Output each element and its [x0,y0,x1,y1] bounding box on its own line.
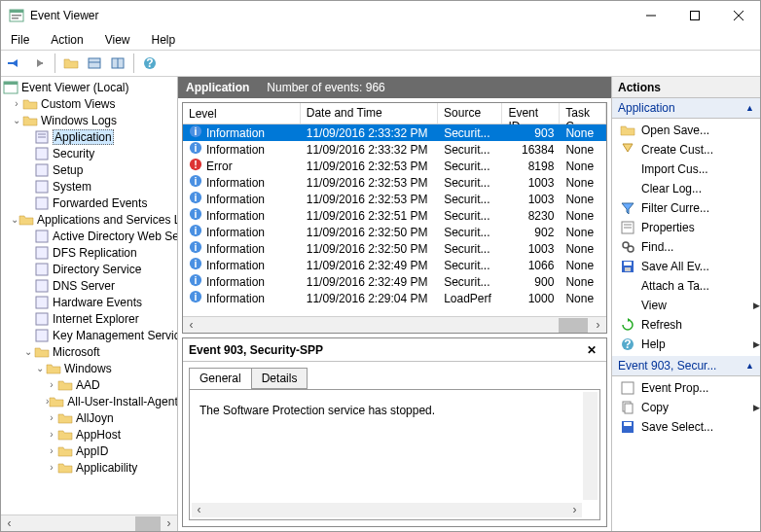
tree-dns[interactable]: DNS Server [1,277,177,294]
action-attach-task[interactable]: Attach a Ta... [612,276,760,296]
tree-hscroll[interactable]: ‹› [1,514,177,531]
table-row[interactable]: iInformation11/09/2016 2:32:53 PMSecurit… [183,174,606,191]
col-task[interactable]: Task C... [560,103,606,124]
tree-system[interactable]: System [1,178,177,195]
tree-security[interactable]: Security [1,145,177,161]
action-find[interactable]: Find... [612,237,760,257]
tree-forwarded[interactable]: Forwarded Events [1,195,177,211]
action-refresh[interactable]: Refresh [612,315,760,335]
action-label: Filter Curre... [641,201,760,215]
table-row[interactable]: iInformation11/09/2016 2:29:04 PMLoadPer… [183,290,606,306]
table-row[interactable]: iInformation11/09/2016 2:33:32 PMSecurit… [183,124,606,141]
tree-all-user[interactable]: ›All-User-Install-Agent [1,393,177,409]
cell-datetime: 11/09/2016 2:32:53 PM [301,160,438,173]
action-open-saved[interactable]: Open Save... [612,121,760,140]
tool-pane2[interactable] [107,53,128,74]
tree-applicability[interactable]: ›Applicability [1,459,177,476]
tab-general[interactable]: General [189,368,252,389]
cell-source: Securit... [438,126,502,140]
grid-hscroll[interactable]: ‹› [183,316,606,333]
minimize-button[interactable] [629,1,672,30]
col-eventid[interactable]: Event ID [502,103,560,124]
tree-dir-svc[interactable]: Directory Service [1,261,177,277]
tree-windows-logs[interactable]: ⌄Windows Logs [1,112,177,128]
action-properties[interactable]: Properties [612,218,760,237]
detail-vscroll[interactable] [583,392,598,500]
forward-button[interactable] [28,53,50,74]
action-view[interactable]: View▶ [612,296,760,315]
detail-close-button[interactable]: ✕ [583,341,600,359]
action-save-all[interactable]: Save All Ev... [612,257,760,276]
tree-aad[interactable]: ›AAD [1,376,177,393]
col-level[interactable]: Level [183,103,301,124]
menu-file[interactable]: File [7,31,33,49]
maximize-button[interactable] [672,1,716,30]
app-icon [9,8,24,23]
menu-action[interactable]: Action [47,31,87,49]
table-row[interactable]: iInformation11/09/2016 2:32:51 PMSecurit… [183,207,606,224]
action-import-custom[interactable]: Import Cus... [612,160,760,179]
level-icon: i [189,124,202,141]
close-button[interactable] [716,1,760,30]
tree-pane[interactable]: Event Viewer (Local) ›Custom Views ⌄Wind… [1,77,178,531]
table-row[interactable]: iInformation11/09/2016 2:32:50 PMSecurit… [183,224,606,240]
tree-dfs[interactable]: DFS Replication [1,244,177,261]
col-source[interactable]: Source [438,103,502,124]
tree-setup[interactable]: Setup [1,161,177,178]
action-copy[interactable]: Copy▶ [612,398,760,417]
cell-task: None [560,193,606,206]
detail-body: The Software Protection service has stop… [189,389,600,520]
tree-apphost[interactable]: ›AppHost [1,426,177,443]
tree-windows-sub[interactable]: ⌄Windows [1,360,177,376]
table-row[interactable]: iInformation11/09/2016 2:32:50 PMSecurit… [183,240,606,257]
tree-ie[interactable]: Internet Explorer [1,310,177,327]
tree-label: AllJoyn [76,411,114,425]
tree-ad-web[interactable]: Active Directory Web Services [1,228,177,244]
col-datetime[interactable]: Date and Time [301,103,438,124]
action-clear-log[interactable]: Clear Log... [612,179,760,198]
tree-appid[interactable]: ›AppID [1,443,177,459]
action-create-custom[interactable]: Create Cust... [612,140,760,160]
detail-tabs: General Details [183,362,606,389]
menu-help[interactable]: Help [148,31,180,49]
tab-details[interactable]: Details [251,368,308,389]
tree-alljoyn[interactable]: ›AllJoyn [1,409,177,426]
table-row[interactable]: iInformation11/09/2016 2:32:49 PMSecurit… [183,273,606,290]
detail-hscroll[interactable]: ‹› [192,503,582,517]
tree-label: AppID [76,444,108,458]
table-row[interactable]: iInformation11/09/2016 2:32:49 PMSecurit… [183,257,606,273]
tree-custom-views[interactable]: ›Custom Views [1,95,177,112]
tree-label: Windows Logs [41,114,117,127]
actions-group-app[interactable]: Application▲ [612,98,760,119]
cell-level: Information [206,143,265,157]
tree-application[interactable]: Application [1,128,177,145]
table-row[interactable]: iInformation11/09/2016 2:33:32 PMSecurit… [183,141,606,158]
toolbar: ? [1,50,760,77]
action-save-select[interactable]: Save Select... [612,417,760,437]
action-label: Copy [641,401,747,414]
table-row[interactable]: iInformation11/09/2016 2:32:53 PMSecurit… [183,191,606,207]
svg-rect-22 [36,164,48,176]
tool-folder[interactable] [60,53,82,74]
cell-datetime: 11/09/2016 2:32:50 PM [301,242,438,256]
action-filter[interactable]: Filter Curre... [612,198,760,218]
tool-help[interactable]: ? [139,53,161,74]
tree-hw[interactable]: Hardware Events [1,294,177,310]
table-row[interactable]: !Error11/09/2016 2:32:53 PMSecurit...819… [183,158,606,174]
svg-rect-21 [36,148,48,160]
actions-group-event[interactable]: Event 903, Secur...▲ [612,356,760,376]
tree-microsoft[interactable]: ⌄Microsoft [1,343,177,360]
tree-label: Key Management Service [53,329,177,342]
tree-kms[interactable]: Key Management Service [1,327,177,343]
menu-view[interactable]: View [101,31,134,49]
back-button[interactable] [5,53,26,74]
tree-label: Directory Service [53,263,141,276]
grid-body[interactable]: iInformation11/09/2016 2:33:32 PMSecurit… [183,124,606,316]
detail-message: The Software Protection service has stop… [199,404,590,417]
tree-root[interactable]: Event Viewer (Local) [1,79,177,95]
tree-label: Hardware Events [53,296,142,309]
action-help[interactable]: ?Help▶ [612,335,760,354]
action-event-props[interactable]: Event Prop... [612,378,760,398]
tree-apps-services[interactable]: ⌄Applications and Services Logs [1,211,177,228]
tool-pane1[interactable] [84,53,105,74]
